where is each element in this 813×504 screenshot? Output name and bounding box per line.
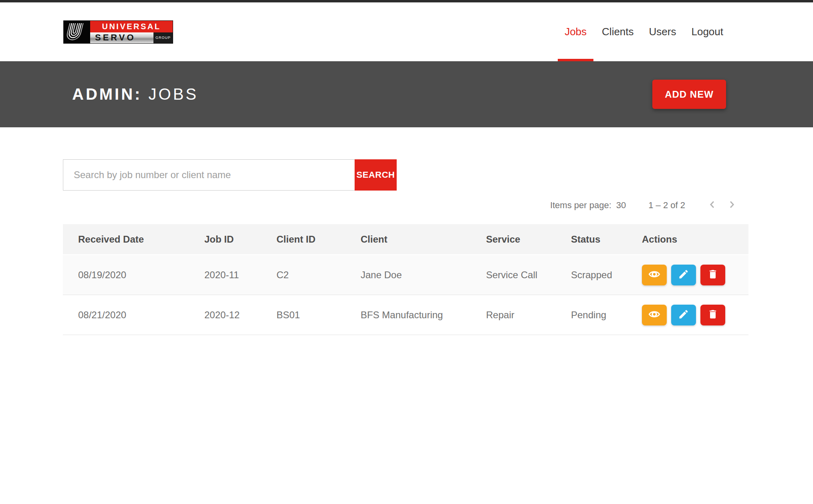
column-header-job-id: Job ID xyxy=(204,234,276,245)
delete-button[interactable] xyxy=(700,305,725,325)
eye-icon xyxy=(648,268,660,281)
pencil-icon xyxy=(678,309,689,321)
page-title-prefix: ADMIN: xyxy=(72,85,142,103)
cell-client-id: C2 xyxy=(276,269,361,281)
paginator: Items per page: 30 1 – 2 of 2 xyxy=(63,191,748,219)
jobs-table: Received Date Job ID Client ID Client Se… xyxy=(63,224,748,335)
chevron-left-icon xyxy=(707,199,718,211)
nav-item-users[interactable]: Users xyxy=(642,2,684,61)
cell-received-date: 08/19/2020 xyxy=(63,269,204,281)
page-title-section: JOBS xyxy=(149,85,198,103)
column-header-actions: Actions xyxy=(642,234,748,245)
logo-group-text: GROUP xyxy=(153,32,173,43)
add-new-button[interactable]: ADD NEW xyxy=(652,80,726,109)
column-header-received-date: Received Date xyxy=(63,234,204,245)
trash-icon xyxy=(707,309,718,321)
main-nav: Jobs Clients Users Logout xyxy=(557,2,731,61)
nav-item-logout[interactable]: Logout xyxy=(684,2,731,61)
edit-button[interactable] xyxy=(671,265,696,285)
column-header-status: Status xyxy=(571,234,642,245)
cell-service: Service Call xyxy=(486,269,571,281)
logo-wordmark: UNIVERSAL SERVO GROUP xyxy=(90,21,173,43)
logo-universal-text: UNIVERSAL xyxy=(90,21,173,32)
view-button[interactable] xyxy=(642,305,667,325)
delete-button[interactable] xyxy=(700,265,725,285)
table-row: 08/21/2020 2020-12 BS01 BFS Manufacturin… xyxy=(63,295,748,335)
eye-icon xyxy=(648,308,660,321)
cell-actions xyxy=(642,265,748,285)
logo-u-mark-icon xyxy=(64,21,90,43)
column-header-client-id: Client ID xyxy=(276,234,361,245)
cell-client: BFS Manufacturing xyxy=(361,309,486,321)
nav-item-clients[interactable]: Clients xyxy=(594,2,641,61)
view-button[interactable] xyxy=(642,265,667,285)
cell-client-id: BS01 xyxy=(276,309,361,321)
page-title: ADMIN: JOBS xyxy=(72,85,198,103)
nav-item-jobs[interactable]: Jobs xyxy=(557,2,594,61)
column-header-service: Service xyxy=(486,234,571,245)
cell-job-id: 2020-12 xyxy=(204,309,276,321)
cell-status: Pending xyxy=(571,309,642,321)
cell-job-id: 2020-11 xyxy=(204,269,276,281)
column-header-client: Client xyxy=(361,234,486,245)
cell-received-date: 08/21/2020 xyxy=(63,309,204,321)
logo-servo-band: SERVO GROUP xyxy=(90,32,173,43)
table-row: 08/19/2020 2020-11 C2 Jane Doe Service C… xyxy=(63,255,748,295)
search-button[interactable]: SEARCH xyxy=(355,159,397,191)
cell-status: Scrapped xyxy=(571,269,642,281)
cell-client: Jane Doe xyxy=(361,269,486,281)
edit-button[interactable] xyxy=(671,305,696,325)
main-content: SEARCH Items per page: 30 1 – 2 of 2 Rec… xyxy=(0,127,813,335)
logo-servo-text: SERVO xyxy=(95,32,136,43)
chevron-right-icon xyxy=(726,199,737,211)
cell-actions xyxy=(642,305,748,325)
paginator-next-button[interactable] xyxy=(722,196,741,215)
table-header-row: Received Date Job ID Client ID Client Se… xyxy=(63,224,748,255)
page-header-band: ADMIN: JOBS ADD NEW xyxy=(0,61,813,127)
search-bar: SEARCH xyxy=(63,159,748,191)
items-per-page-label: Items per page: xyxy=(550,200,611,211)
paginator-range-label: 1 – 2 of 2 xyxy=(648,200,685,211)
company-logo[interactable]: UNIVERSAL SERVO GROUP xyxy=(63,20,173,44)
paginator-prev-button[interactable] xyxy=(703,196,722,215)
pencil-icon xyxy=(678,269,689,281)
cell-service: Repair xyxy=(486,309,571,321)
site-header: UNIVERSAL SERVO GROUP Jobs Clients Users… xyxy=(0,2,813,61)
search-input[interactable] xyxy=(63,159,355,191)
items-per-page-select[interactable]: 30 xyxy=(616,200,626,211)
trash-icon xyxy=(707,269,718,281)
